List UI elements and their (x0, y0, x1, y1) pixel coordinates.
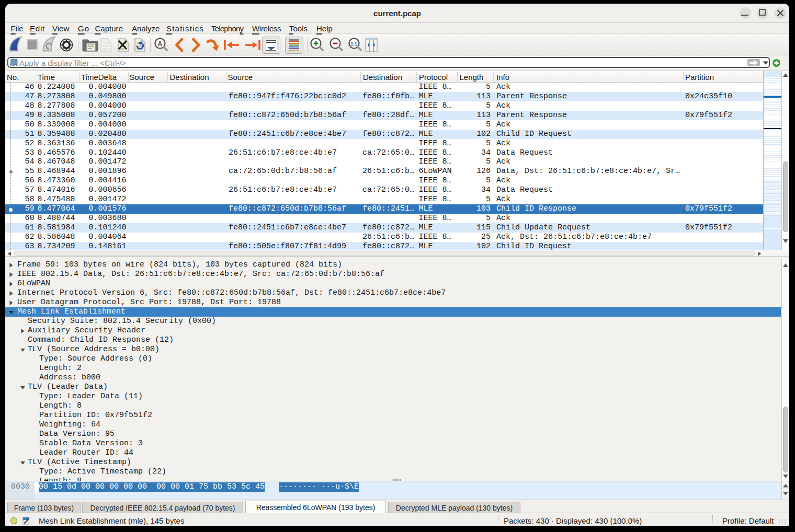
svg-text:1:1: 1:1 (351, 41, 358, 47)
svg-text:0011: 0011 (103, 48, 109, 51)
svg-text:A: A (158, 40, 163, 48)
